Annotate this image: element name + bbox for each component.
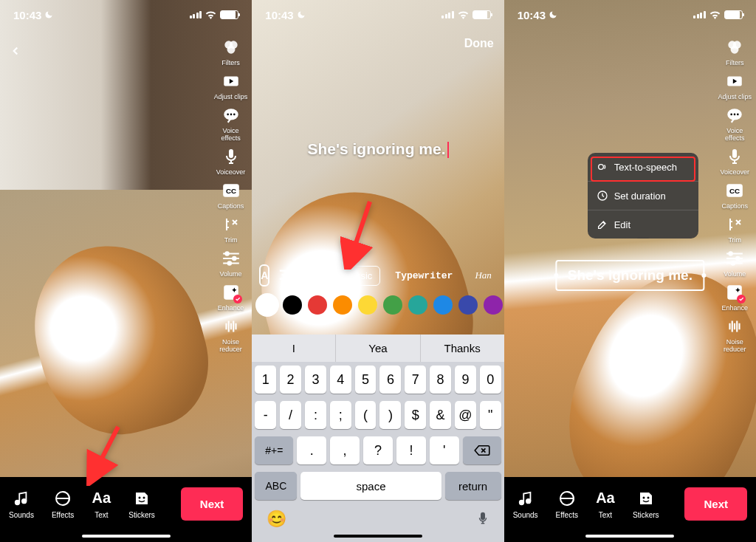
suggestion-1[interactable]: I [252,335,336,362]
volume-button[interactable]: Volume [220,248,242,278]
menu-set-duration[interactable]: Set duration [588,182,698,210]
key-dollar[interactable]: $ [405,401,426,429]
sounds-label: Sounds [9,511,34,519]
suggestion-3[interactable]: Thanks [421,335,504,362]
key-at[interactable]: @ [455,401,476,429]
color-green[interactable] [383,295,402,315]
key-4[interactable]: 4 [330,366,351,394]
key-3[interactable]: 3 [305,366,326,394]
key-dash[interactable]: - [255,401,276,429]
home-indicator[interactable] [585,535,674,538]
key-comma[interactable]: , [330,436,360,464]
key-5[interactable]: 5 [355,366,377,394]
voice-effects-button[interactable]: Voice effects [221,105,241,142]
home-indicator[interactable] [334,535,422,538]
key-colon[interactable]: : [305,401,326,429]
svg-point-19 [143,496,145,498]
adjust-clips-button[interactable]: Adjust clips [718,71,752,100]
next-button[interactable]: Next [684,487,747,521]
color-blue[interactable] [433,295,453,315]
key-apostrophe[interactable]: ' [430,436,459,464]
suggestion-2[interactable]: Yea [336,335,420,362]
key-lparen[interactable]: ( [355,401,377,429]
dictation-button[interactable] [476,510,489,529]
filters-button[interactable]: Filters [724,37,745,66]
back-button[interactable] [9,44,22,58]
menu-edit[interactable]: Edit [588,210,698,239]
battery-icon [724,10,743,19]
voiceover-button[interactable]: Voiceover [720,146,749,176]
stickers-button[interactable]: Stickers [633,489,659,519]
svg-text:CC: CC [729,187,740,195]
key-9[interactable]: 9 [455,366,476,394]
enhance-button[interactable]: Enhance [218,282,244,312]
text-to-speech-toggle[interactable] [300,264,318,287]
text-button[interactable]: AaText [596,489,615,519]
key-abc[interactable]: ABC [255,472,297,500]
color-teal[interactable] [408,295,427,315]
key-return[interactable]: return [445,472,501,500]
noise-reducer-button[interactable]: Noise reducer [724,316,746,353]
filters-button[interactable]: Filters [221,37,241,66]
volume-button[interactable]: Volume [724,248,746,278]
captions-button[interactable]: CCCaptions [218,180,244,210]
color-black[interactable] [283,295,302,315]
svg-point-29 [737,114,739,116]
key-rparen[interactable]: ) [379,401,401,429]
key-1[interactable]: 1 [255,366,276,394]
text-element-selected[interactable]: She's ignoring me. [556,260,704,291]
key-quote[interactable]: " [480,401,501,429]
sounds-button[interactable]: Sounds [513,489,538,519]
color-indigo[interactable] [458,295,478,315]
key-space[interactable]: space [300,472,441,500]
svg-point-37 [598,165,603,170]
key-exclaim[interactable]: ! [396,436,426,464]
text-button[interactable]: AaText [92,489,111,519]
key-2[interactable]: 2 [280,366,301,394]
effects-button[interactable]: Effects [52,489,74,519]
menu-text-to-speech[interactable]: Text-to-speech [588,153,698,182]
noise-reducer-button[interactable]: Noise reducer [219,316,242,353]
color-white[interactable] [258,295,277,315]
key-0[interactable]: 0 [480,366,501,394]
home-indicator[interactable] [82,535,171,538]
effects-button[interactable]: Effects [556,489,578,519]
sounds-button[interactable]: Sounds [9,489,34,519]
enhance-button[interactable]: Enhance [721,282,748,312]
adjust-clips-button[interactable]: Adjust clips [214,71,248,100]
key-semicolon[interactable]: ; [330,401,351,429]
text-input-overlay[interactable]: She's ignoring me. [252,140,504,158]
text-background-toggle[interactable]: A [259,264,269,287]
font-typewriter[interactable]: Typewriter [388,267,460,285]
key-backspace[interactable] [463,436,501,464]
svg-point-42 [642,496,645,498]
key-slash[interactable]: / [280,401,301,429]
key-6[interactable]: 6 [379,366,401,394]
key-question[interactable]: ? [363,436,393,464]
color-yellow[interactable] [358,295,377,315]
voiceover-button[interactable]: Voiceover [216,146,246,176]
font-handwriting[interactable]: Han [467,266,498,285]
color-purple[interactable] [484,295,503,315]
key-period[interactable]: . [297,436,326,464]
trim-button[interactable]: Trim [221,214,241,244]
color-red[interactable] [308,295,327,315]
svg-point-28 [734,114,736,116]
captions-button[interactable]: CCCaptions [721,180,748,210]
svg-point-35 [732,261,735,264]
voice-effects-button[interactable]: Voice effects [724,105,745,142]
key-8[interactable]: 8 [430,366,451,394]
done-button[interactable]: Done [464,37,494,50]
text-editor-screen: 10:43 Done She's ignoring me. A Classic … [252,0,504,542]
svg-point-13 [227,261,230,264]
key-7[interactable]: 7 [405,366,426,394]
color-orange[interactable] [333,295,352,315]
noise-reducer-label: Noise reducer [219,338,242,353]
text-align-button[interactable] [277,264,293,287]
stickers-button[interactable]: Stickers [128,489,155,519]
key-symbols-shift[interactable]: #+= [255,436,293,464]
key-amp[interactable]: & [430,401,451,429]
next-button[interactable]: Next [181,487,244,521]
emoji-button[interactable]: 😊 [267,510,286,529]
trim-button[interactable]: Trim [724,214,745,244]
